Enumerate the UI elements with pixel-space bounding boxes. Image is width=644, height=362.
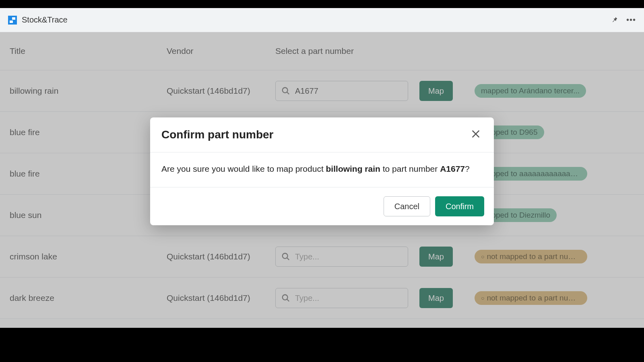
close-icon	[471, 129, 481, 139]
pin-icon	[610, 16, 618, 24]
pin-button[interactable]	[610, 16, 618, 24]
app-frame: Stock&Trace ••• Title Vendor Select a pa…	[0, 8, 644, 328]
modal-text-pre: Are you sure you would like to map produ…	[161, 164, 326, 173]
header-left: Stock&Trace	[8, 15, 68, 25]
brand-name: Stock&Trace	[22, 15, 68, 25]
header-right: •••	[610, 15, 636, 25]
brand-logo-icon	[8, 16, 17, 25]
header-bar: Stock&Trace •••	[0, 8, 644, 32]
more-button[interactable]: •••	[626, 15, 636, 25]
modal-text-mid: to part number	[380, 164, 440, 173]
cancel-button[interactable]: Cancel	[384, 196, 430, 216]
modal-close-button[interactable]	[469, 127, 483, 142]
modal-product-name: billowing rain	[326, 164, 380, 173]
modal-body: Are you sure you would like to map produ…	[150, 152, 494, 187]
modal-part-number: A1677	[440, 164, 465, 173]
confirm-part-modal: Confirm part number Are you sure you wou…	[150, 117, 494, 225]
confirm-button[interactable]: Confirm	[435, 196, 484, 216]
more-horizontal-icon: •••	[626, 15, 636, 25]
content-area: Title Vendor Select a part number billow…	[0, 32, 644, 328]
modal-footer: Cancel Confirm	[150, 187, 494, 225]
modal-text-post: ?	[465, 164, 470, 173]
modal-header: Confirm part number	[150, 117, 494, 152]
modal-overlay: Confirm part number Are you sure you wou…	[0, 32, 644, 328]
modal-title: Confirm part number	[161, 128, 273, 141]
